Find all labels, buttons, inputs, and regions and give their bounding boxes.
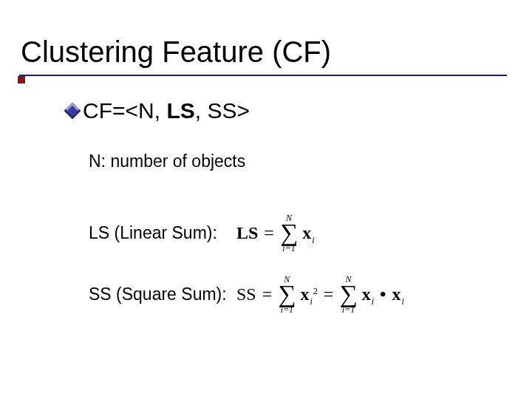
ls-bold: LS xyxy=(89,223,109,242)
ss-term-squared: x i 2 xyxy=(301,284,318,304)
ss-text: SS (Square Sum): xyxy=(89,284,227,304)
ls-term: x i xyxy=(302,223,314,243)
cf-suffix: , SS> xyxy=(195,98,250,123)
equals-icon: = xyxy=(262,223,276,243)
definition-ls-label: LS (Linear Sum): xyxy=(89,223,236,243)
sigma-symbol-icon: ∑ xyxy=(339,284,357,305)
equals-icon: = xyxy=(322,284,335,304)
ls-rest: (Linear Sum): xyxy=(109,223,217,242)
equals-icon: = xyxy=(261,284,274,304)
ss-term1-sub: i xyxy=(310,296,313,307)
ls-term-sub: i xyxy=(312,235,314,246)
ss-term3-sub: i xyxy=(401,296,403,307)
ss-term3: x i xyxy=(392,284,403,304)
formula-ls: LS = N ∑ i=1 x i xyxy=(236,214,315,253)
cf-bold: LS xyxy=(166,98,194,123)
slide-title: Clustering Feature (CF) xyxy=(21,35,532,69)
sigma-symbol-icon: ∑ xyxy=(278,284,296,305)
sigma-icon: N ∑ i=1 xyxy=(280,214,298,253)
ss-term1-sup: 2 xyxy=(313,286,318,297)
ss-term2-sub: i xyxy=(372,296,374,307)
sigma-symbol-icon: ∑ xyxy=(280,222,298,244)
ls-lhs: LS xyxy=(236,223,258,243)
definition-n: N: number of objects xyxy=(89,150,532,172)
dot-operator-icon: • xyxy=(378,284,387,304)
definition-ss-label: SS (Square Sum): xyxy=(89,284,236,304)
sigma-lower-2: i=1 xyxy=(342,305,355,314)
definition-ss-row: SS (Square Sum): SS = N ∑ i=1 x i 2 = N xyxy=(89,275,532,314)
ss-term1-base: x xyxy=(301,284,310,304)
cf-line: CF=<N, LS, SS> xyxy=(83,98,250,123)
title-underline xyxy=(19,75,507,76)
ss-term2: x i xyxy=(362,284,374,304)
cf-prefix: CF=<N, xyxy=(83,98,166,123)
ls-term-base: x xyxy=(302,223,311,243)
ss-term3-base: x xyxy=(392,284,400,304)
sigma-icon: N ∑ i=1 xyxy=(339,275,357,314)
definition-n-text: N: number of objects xyxy=(89,151,245,171)
ss-term2-base: x xyxy=(362,284,371,304)
sigma-icon: N ∑ i=1 xyxy=(278,275,296,314)
ss-lhs: SS xyxy=(236,284,256,304)
bullet-cf-definition: CF=<N, LS, SS> xyxy=(66,98,532,123)
slide: Clustering Feature (CF) CF=<N, LS, SS> N… xyxy=(0,0,532,399)
formula-ss: SS = N ∑ i=1 x i 2 = N ∑ i=1 xyxy=(236,275,404,314)
slide-body: CF=<N, LS, SS> N: number of objects LS (… xyxy=(21,76,532,314)
sigma-lower: i=1 xyxy=(281,305,293,314)
definition-ls-row: LS (Linear Sum): LS = N ∑ i=1 x i xyxy=(89,214,532,253)
sigma-lower: i=1 xyxy=(282,244,295,253)
diamond-bullet-icon xyxy=(64,103,81,120)
